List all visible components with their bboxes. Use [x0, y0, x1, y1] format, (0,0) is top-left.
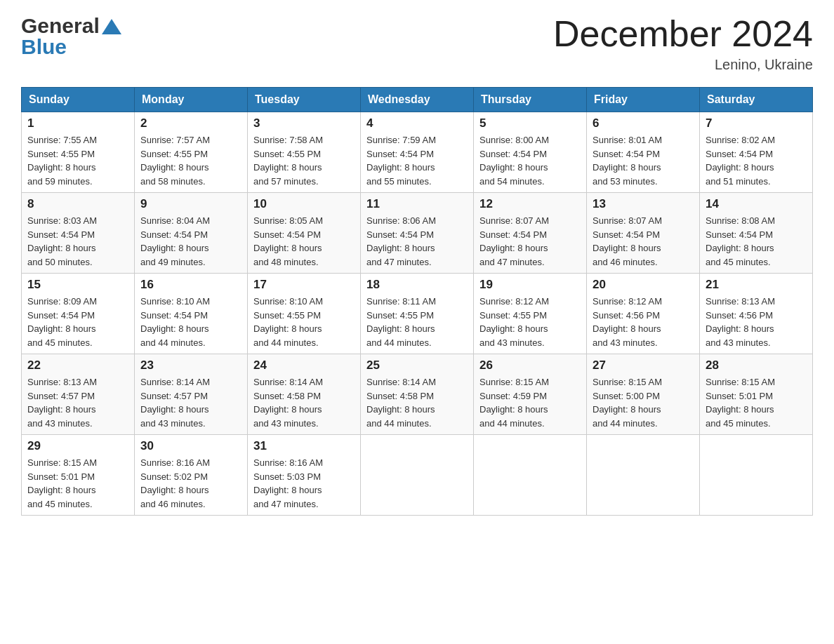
table-row: 16Sunrise: 8:10 AMSunset: 4:54 PMDayligh… [135, 274, 248, 354]
calendar-table: Sunday Monday Tuesday Wednesday Thursday… [21, 87, 813, 516]
day-info: Sunrise: 8:02 AMSunset: 4:54 PMDaylight:… [706, 133, 807, 188]
day-number: 17 [253, 278, 355, 292]
day-info: Sunrise: 7:59 AMSunset: 4:54 PMDaylight:… [366, 133, 468, 188]
day-number: 5 [479, 116, 581, 130]
day-info: Sunrise: 8:16 AMSunset: 5:03 PMDaylight:… [253, 456, 355, 511]
day-number: 25 [366, 358, 468, 373]
col-wednesday: Wednesday [361, 88, 474, 112]
table-row: 8Sunrise: 8:03 AMSunset: 4:54 PMDaylight… [22, 193, 135, 274]
table-row: 1Sunrise: 7:55 AMSunset: 4:55 PMDaylight… [22, 112, 135, 193]
table-row: 2Sunrise: 7:57 AMSunset: 4:55 PMDaylight… [135, 112, 248, 193]
day-number: 14 [706, 197, 807, 211]
col-friday: Friday [587, 88, 700, 112]
day-info: Sunrise: 8:07 AMSunset: 4:54 PMDaylight:… [479, 214, 581, 269]
table-row: 3Sunrise: 7:58 AMSunset: 4:55 PMDaylight… [248, 112, 361, 193]
day-number: 12 [479, 197, 581, 211]
table-row: 19Sunrise: 8:12 AMSunset: 4:55 PMDayligh… [474, 274, 587, 354]
day-info: Sunrise: 8:05 AMSunset: 4:54 PMDaylight:… [253, 214, 355, 269]
table-row: 7Sunrise: 8:02 AMSunset: 4:54 PMDaylight… [700, 112, 813, 193]
day-number: 8 [27, 197, 128, 211]
col-monday: Monday [135, 88, 248, 112]
table-row: 11Sunrise: 8:06 AMSunset: 4:54 PMDayligh… [361, 193, 474, 274]
day-info: Sunrise: 8:15 AMSunset: 5:00 PMDaylight:… [593, 375, 694, 430]
table-row: 26Sunrise: 8:15 AMSunset: 4:59 PMDayligh… [474, 354, 587, 435]
day-info: Sunrise: 8:14 AMSunset: 4:57 PMDaylight:… [140, 375, 241, 430]
day-info: Sunrise: 8:13 AMSunset: 4:57 PMDaylight:… [27, 375, 128, 430]
day-number: 7 [706, 116, 807, 130]
day-number: 9 [140, 197, 241, 211]
day-number: 15 [27, 278, 128, 292]
day-info: Sunrise: 8:01 AMSunset: 4:54 PMDaylight:… [593, 133, 694, 188]
day-number: 28 [706, 358, 807, 373]
calendar-week-row: 29Sunrise: 8:15 AMSunset: 5:01 PMDayligh… [22, 435, 813, 516]
table-row: 21Sunrise: 8:13 AMSunset: 4:56 PMDayligh… [700, 274, 813, 354]
table-row: 22Sunrise: 8:13 AMSunset: 4:57 PMDayligh… [22, 354, 135, 435]
table-row: 31Sunrise: 8:16 AMSunset: 5:03 PMDayligh… [248, 435, 361, 516]
table-row [361, 435, 474, 516]
day-info: Sunrise: 8:15 AMSunset: 5:01 PMDaylight:… [706, 375, 807, 430]
table-row: 24Sunrise: 8:14 AMSunset: 4:58 PMDayligh… [248, 354, 361, 435]
calendar-header-row: Sunday Monday Tuesday Wednesday Thursday… [22, 88, 813, 112]
table-row [587, 435, 700, 516]
table-row: 4Sunrise: 7:59 AMSunset: 4:54 PMDaylight… [361, 112, 474, 193]
table-row [700, 435, 813, 516]
day-info: Sunrise: 8:10 AMSunset: 4:54 PMDaylight:… [140, 295, 241, 349]
table-row: 29Sunrise: 8:15 AMSunset: 5:01 PMDayligh… [22, 435, 135, 516]
day-info: Sunrise: 8:06 AMSunset: 4:54 PMDaylight:… [366, 214, 468, 269]
day-info: Sunrise: 8:15 AMSunset: 5:01 PMDaylight:… [27, 456, 128, 511]
day-number: 4 [366, 116, 468, 130]
table-row: 25Sunrise: 8:14 AMSunset: 4:58 PMDayligh… [361, 354, 474, 435]
day-number: 30 [140, 439, 241, 453]
table-row: 23Sunrise: 8:14 AMSunset: 4:57 PMDayligh… [135, 354, 248, 435]
day-number: 21 [706, 278, 807, 292]
table-row: 14Sunrise: 8:08 AMSunset: 4:54 PMDayligh… [700, 193, 813, 274]
col-saturday: Saturday [700, 88, 813, 112]
location: Lenino, Ukraine [553, 57, 813, 73]
table-row: 20Sunrise: 8:12 AMSunset: 4:56 PMDayligh… [587, 274, 700, 354]
day-number: 20 [593, 278, 694, 292]
day-info: Sunrise: 8:08 AMSunset: 4:54 PMDaylight:… [706, 214, 807, 269]
day-info: Sunrise: 8:00 AMSunset: 4:54 PMDaylight:… [479, 133, 581, 188]
day-info: Sunrise: 8:14 AMSunset: 4:58 PMDaylight:… [366, 375, 468, 430]
title-block: December 2024 Lenino, Ukraine [553, 14, 813, 73]
table-row: 17Sunrise: 8:10 AMSunset: 4:55 PMDayligh… [248, 274, 361, 354]
table-row [474, 435, 587, 516]
day-info: Sunrise: 7:55 AMSunset: 4:55 PMDaylight:… [27, 133, 128, 188]
logo-blue: Blue [21, 35, 67, 59]
day-info: Sunrise: 8:12 AMSunset: 4:56 PMDaylight:… [593, 295, 694, 349]
calendar-week-row: 1Sunrise: 7:55 AMSunset: 4:55 PMDaylight… [22, 112, 813, 193]
col-tuesday: Tuesday [248, 88, 361, 112]
day-number: 31 [253, 439, 355, 453]
day-info: Sunrise: 7:57 AMSunset: 4:55 PMDaylight:… [140, 133, 241, 188]
calendar-week-row: 15Sunrise: 8:09 AMSunset: 4:54 PMDayligh… [22, 274, 813, 354]
table-row: 13Sunrise: 8:07 AMSunset: 4:54 PMDayligh… [587, 193, 700, 274]
table-row: 5Sunrise: 8:00 AMSunset: 4:54 PMDaylight… [474, 112, 587, 193]
day-number: 10 [253, 197, 355, 211]
page-header: General Blue December 2024 Lenino, Ukrai… [21, 14, 813, 73]
day-number: 11 [366, 197, 468, 211]
table-row: 28Sunrise: 8:15 AMSunset: 5:01 PMDayligh… [700, 354, 813, 435]
day-number: 23 [140, 358, 241, 373]
day-info: Sunrise: 7:58 AMSunset: 4:55 PMDaylight:… [253, 133, 355, 188]
day-number: 18 [366, 278, 468, 292]
table-row: 12Sunrise: 8:07 AMSunset: 4:54 PMDayligh… [474, 193, 587, 274]
day-number: 29 [27, 439, 128, 453]
col-sunday: Sunday [22, 88, 135, 112]
table-row: 6Sunrise: 8:01 AMSunset: 4:54 PMDaylight… [587, 112, 700, 193]
day-info: Sunrise: 8:07 AMSunset: 4:54 PMDaylight:… [593, 214, 694, 269]
col-thursday: Thursday [474, 88, 587, 112]
day-number: 1 [27, 116, 128, 130]
day-info: Sunrise: 8:04 AMSunset: 4:54 PMDaylight:… [140, 214, 241, 269]
month-title: December 2024 [553, 14, 813, 54]
day-info: Sunrise: 8:14 AMSunset: 4:58 PMDaylight:… [253, 375, 355, 430]
day-info: Sunrise: 8:16 AMSunset: 5:02 PMDaylight:… [140, 456, 241, 511]
table-row: 18Sunrise: 8:11 AMSunset: 4:55 PMDayligh… [361, 274, 474, 354]
table-row: 27Sunrise: 8:15 AMSunset: 5:00 PMDayligh… [587, 354, 700, 435]
day-info: Sunrise: 8:13 AMSunset: 4:56 PMDaylight:… [706, 295, 807, 349]
day-info: Sunrise: 8:15 AMSunset: 4:59 PMDaylight:… [479, 375, 581, 430]
day-info: Sunrise: 8:10 AMSunset: 4:55 PMDaylight:… [253, 295, 355, 349]
day-number: 26 [479, 358, 581, 373]
day-number: 24 [253, 358, 355, 373]
table-row: 9Sunrise: 8:04 AMSunset: 4:54 PMDaylight… [135, 193, 248, 274]
day-number: 16 [140, 278, 241, 292]
